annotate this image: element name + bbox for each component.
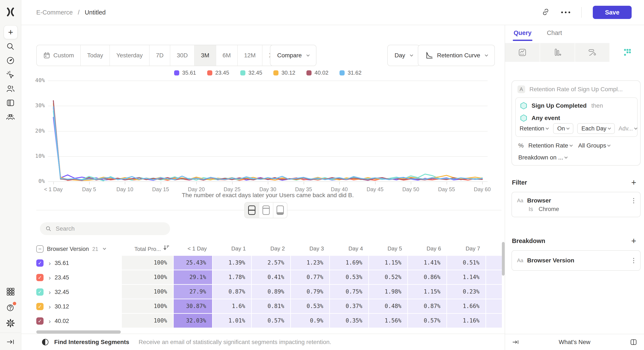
- table-header-day-3[interactable]: Day 3: [291, 242, 330, 256]
- toggle-table-view-button[interactable]: [273, 202, 287, 218]
- row-checkbox[interactable]: ✓: [36, 303, 44, 310]
- cell-day3[interactable]: 0.77%: [291, 270, 330, 285]
- table-header-<-1-day[interactable]: < 1 Day: [174, 242, 213, 256]
- cell-day4[interactable]: 0.35%: [330, 314, 369, 328]
- filter-value[interactable]: Chrome: [538, 206, 559, 212]
- cell-day4[interactable]: 1.69%: [330, 256, 369, 270]
- cell-day5[interactable]: 1.98%: [369, 285, 408, 299]
- compare-button[interactable]: Compare: [270, 45, 316, 66]
- cell-day6[interactable]: 0.57%: [408, 314, 447, 328]
- tab-chart[interactable]: Chart: [547, 29, 562, 36]
- tab-query[interactable]: Query: [514, 29, 532, 36]
- event-step-2-name[interactable]: Any event: [532, 115, 560, 122]
- date-range-yesterday[interactable]: Yesterday: [110, 45, 149, 66]
- expand-row-icon[interactable]: ›: [49, 314, 51, 328]
- date-range-today[interactable]: Today: [80, 45, 110, 66]
- breadcrumb-project[interactable]: E-Commerce: [36, 9, 73, 16]
- select-all-checkbox[interactable]: −: [36, 245, 44, 253]
- legend-item-30.12[interactable]: 30.12: [273, 69, 295, 76]
- segments-title[interactable]: Find Interesting Segments: [54, 339, 129, 346]
- toggle-split-view-button[interactable]: [245, 202, 259, 218]
- measure-dropdown[interactable]: Retention Rate: [528, 142, 572, 149]
- cell-day0[interactable]: 27.9%: [174, 285, 213, 299]
- advanced-dropdown[interactable]: Adv...: [618, 125, 637, 132]
- cell-day7[interactable]: 0.51%: [447, 256, 486, 270]
- cell-day6[interactable]: 1.41%: [408, 256, 447, 270]
- cell-day2[interactable]: 0.57%: [252, 314, 291, 328]
- settings-gear-icon[interactable]: [6, 318, 15, 328]
- filter-property-row[interactable]: Aa Browser: [512, 192, 640, 206]
- cell-day3[interactable]: 0.9%: [291, 314, 330, 328]
- table-row-label[interactable]: ✓›23.45: [36, 270, 122, 285]
- event-step-2[interactable]: Any event: [520, 115, 560, 122]
- retention-type-dropdown[interactable]: Retention: [519, 125, 549, 132]
- cell-day5[interactable]: 0.48%: [369, 299, 408, 314]
- table-header-day-6[interactable]: Day 6: [408, 242, 447, 256]
- table-header-day-5[interactable]: Day 5: [369, 242, 408, 256]
- event-step-1-name[interactable]: Sign Up Completed: [532, 102, 586, 109]
- table-header-day-8[interactable]: Day 8: [486, 242, 502, 256]
- table-row-label[interactable]: ✓›40.02: [36, 314, 122, 328]
- vertical-scrollbar[interactable]: [502, 242, 505, 276]
- add-filter-button[interactable]: +: [630, 178, 638, 187]
- cell-day0[interactable]: 29.1%: [174, 270, 213, 285]
- search-input[interactable]: [56, 225, 165, 232]
- date-range-6m[interactable]: 6M: [216, 45, 237, 66]
- table-header-group[interactable]: −Browser Version21: [36, 242, 122, 256]
- cell-day0[interactable]: 32.03%: [174, 314, 213, 328]
- cell-day4[interactable]: 0.75%: [330, 285, 369, 299]
- legend-item-35.61[interactable]: 35.61: [174, 69, 196, 76]
- expand-row-icon[interactable]: ›: [49, 271, 51, 285]
- horizontal-scrollbar[interactable]: [36, 330, 121, 334]
- cell-day5[interactable]: 1.15%: [369, 256, 408, 270]
- kebab-menu-icon[interactable]: [633, 198, 635, 203]
- cell-day1[interactable]: 1.78%: [213, 270, 252, 285]
- copy-link-icon[interactable]: [541, 7, 550, 17]
- cell-day2[interactable]: 2.57%: [252, 256, 291, 270]
- compass-icon[interactable]: [6, 56, 15, 65]
- row-checkbox[interactable]: ✓: [36, 259, 44, 267]
- table-row-label[interactable]: ✓›35.61: [36, 256, 122, 270]
- breadcrumb-title[interactable]: Untitled: [85, 9, 106, 16]
- date-range-7d[interactable]: 7D: [149, 45, 170, 66]
- cell-day4[interactable]: 0.53%: [330, 270, 369, 285]
- cell-day0[interactable]: 30.87%: [174, 299, 213, 314]
- side-panel-icon[interactable]: [630, 338, 638, 346]
- boards-icon[interactable]: [6, 98, 15, 108]
- tab-funnels-report[interactable]: [540, 43, 575, 62]
- granularity-button[interactable]: Day: [387, 45, 420, 66]
- filter-operator[interactable]: Is: [528, 206, 533, 212]
- date-range-12m[interactable]: 12M: [237, 45, 262, 66]
- retention-line-chart[interactable]: [48, 78, 488, 185]
- mixpanel-logo-icon[interactable]: [6, 7, 15, 17]
- on-dropdown[interactable]: On: [553, 123, 573, 134]
- cell-day2[interactable]: 0.81%: [252, 299, 291, 314]
- tab-flows-report[interactable]: [575, 43, 610, 62]
- date-range-30d[interactable]: 30D: [170, 45, 194, 66]
- row-checkbox[interactable]: ✓: [36, 317, 44, 325]
- cell-day4[interactable]: 0.37%: [330, 299, 369, 314]
- filter-condition-row[interactable]: Is Chrome: [512, 206, 640, 217]
- cell-day2[interactable]: 0.89%: [252, 285, 291, 299]
- cell-day6[interactable]: 0.86%: [408, 270, 447, 285]
- table-row-label[interactable]: ✓›32.45: [36, 285, 122, 299]
- cell-day6[interactable]: 0.87%: [408, 299, 447, 314]
- sort-descending-icon[interactable]: [163, 242, 170, 256]
- add-breakdown-button[interactable]: +: [630, 236, 638, 246]
- interesting-segments-bar[interactable]: Find Interesting Segments Receive an ema…: [21, 334, 505, 350]
- breakdown-property-name[interactable]: Browser Version: [527, 257, 629, 264]
- cell-day7[interactable]: 1.16%: [447, 314, 486, 328]
- table-header-day-7[interactable]: Day 7: [447, 242, 486, 256]
- event-step-1[interactable]: Sign Up Completed then: [520, 102, 603, 109]
- more-options-icon[interactable]: [561, 11, 570, 13]
- chart-type-button[interactable]: Retention Curve: [418, 45, 495, 66]
- collapse-panel-icon[interactable]: [512, 338, 520, 346]
- cell-day5[interactable]: 1.56%: [369, 314, 408, 328]
- table-header-day-4[interactable]: Day 4: [330, 242, 369, 256]
- cell-day1[interactable]: 1.01%: [213, 314, 252, 328]
- cell-day3[interactable]: 1.23%: [291, 256, 330, 270]
- breakdown-property-row[interactable]: Aa Browser Version: [512, 251, 640, 270]
- create-new-button[interactable]: +: [4, 25, 18, 39]
- cell-day1[interactable]: 0.87%: [213, 285, 252, 299]
- cell-day7[interactable]: 1.66%: [447, 299, 486, 314]
